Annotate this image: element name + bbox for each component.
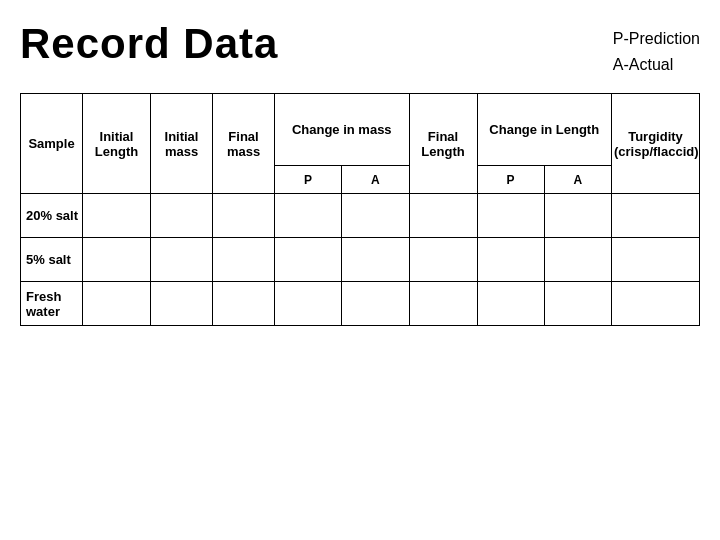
table-cell[interactable] (409, 238, 477, 282)
header-change-len-a: A (544, 166, 611, 194)
table-cell[interactable] (151, 238, 213, 282)
header-sample: Sample (21, 94, 83, 194)
header-change-in-mass: Change in mass (275, 94, 410, 166)
table-cell[interactable] (342, 194, 409, 238)
row-sample-label: Fresh water (21, 282, 83, 326)
header-change-in-length: Change in Length (477, 94, 612, 166)
table-cell[interactable] (544, 194, 611, 238)
table-cell[interactable] (275, 194, 342, 238)
table-cell[interactable] (477, 238, 544, 282)
table-body: 20% salt5% saltFresh water (21, 194, 700, 326)
legend-line2: A-Actual (613, 56, 673, 73)
table-cell[interactable] (213, 194, 275, 238)
table-cell[interactable] (477, 194, 544, 238)
table-cell[interactable] (83, 282, 151, 326)
table-cell[interactable] (612, 238, 700, 282)
table-cell[interactable] (612, 194, 700, 238)
table-cell[interactable] (544, 238, 611, 282)
row-sample-label: 20% salt (21, 194, 83, 238)
table-row: 5% salt (21, 238, 700, 282)
header-initial-mass: Initial mass (151, 94, 213, 194)
table-cell[interactable] (409, 282, 477, 326)
header-initial-length: Initial Length (83, 94, 151, 194)
row-sample-label: 5% salt (21, 238, 83, 282)
main-header-row: Sample Initial Length Initial mass Final… (21, 94, 700, 166)
table-cell[interactable] (275, 282, 342, 326)
table-row: 20% salt (21, 194, 700, 238)
page-title: Record Data (20, 20, 278, 68)
table-cell[interactable] (342, 282, 409, 326)
table-cell[interactable] (151, 282, 213, 326)
header-turgidity: Turgidity (crisp/flaccid) (612, 94, 700, 194)
table-cell[interactable] (275, 238, 342, 282)
table-cell[interactable] (151, 194, 213, 238)
header-row: Record Data P-Prediction A-Actual (20, 20, 700, 77)
table-cell[interactable] (342, 238, 409, 282)
table-cell[interactable] (544, 282, 611, 326)
table-cell[interactable] (213, 238, 275, 282)
table-cell[interactable] (477, 282, 544, 326)
table-cell[interactable] (612, 282, 700, 326)
table-cell[interactable] (83, 194, 151, 238)
header-final-mass: Final mass (213, 94, 275, 194)
legend-line1: P-Prediction (613, 30, 700, 47)
legend: P-Prediction A-Actual (613, 20, 700, 77)
header-change-len-p: P (477, 166, 544, 194)
table-cell[interactable] (409, 194, 477, 238)
table-cell[interactable] (83, 238, 151, 282)
header-change-mass-a: A (342, 166, 409, 194)
data-table: Sample Initial Length Initial mass Final… (20, 93, 700, 326)
table-cell[interactable] (213, 282, 275, 326)
page: Record Data P-Prediction A-Actual Sample… (0, 0, 720, 540)
header-final-length: Final Length (409, 94, 477, 194)
table-row: Fresh water (21, 282, 700, 326)
header-change-mass-p: P (275, 166, 342, 194)
